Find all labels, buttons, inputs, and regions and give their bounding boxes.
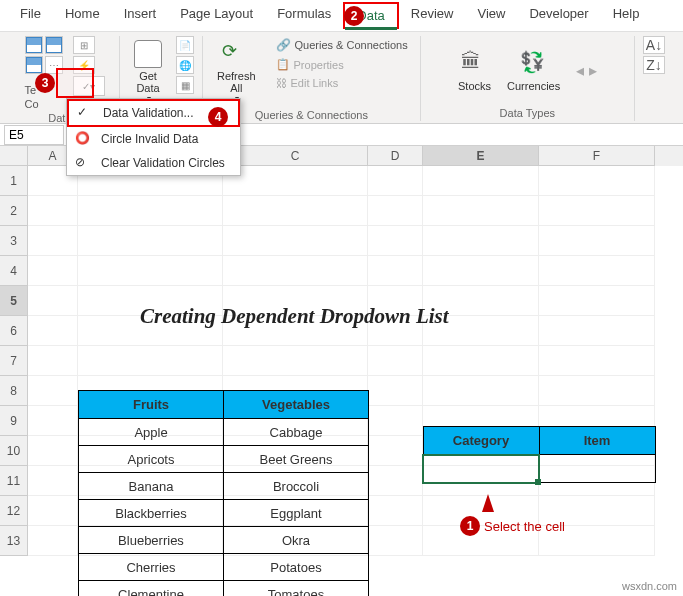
get-data-button[interactable]: Get Data ▾ — [128, 36, 168, 107]
from-web-icon[interactable] — [45, 36, 63, 54]
table1-cell-r2-c0[interactable]: Banana — [79, 473, 224, 500]
menu-bar: File Home Insert Page Layout Formulas Da… — [0, 0, 683, 32]
row-headers: 12345678910111213 — [0, 166, 28, 556]
from-table-icon[interactable] — [25, 56, 43, 74]
table1-cell-r4-c0[interactable]: Blueberries — [79, 527, 224, 554]
text-to-columns-icon[interactable]: ⊞ — [73, 36, 95, 54]
row-header-1[interactable]: 1 — [0, 166, 28, 196]
fruits-vegetables-table: Fruits Vegetables AppleCabbageApricotsBe… — [78, 390, 369, 596]
row-header-3[interactable]: 3 — [0, 226, 28, 256]
row-header-13[interactable]: 13 — [0, 526, 28, 556]
col-header-d[interactable]: D — [368, 146, 423, 166]
stocks-icon: 🏛 — [461, 50, 489, 78]
watermark: wsxdn.com — [622, 580, 677, 592]
page-title: Creating Dependent Dropdown List — [140, 304, 449, 329]
col-header-c[interactable]: C — [223, 146, 368, 166]
table1-cell-r0-c0[interactable]: Apple — [79, 419, 224, 446]
menu-developer[interactable]: Developer — [517, 2, 600, 29]
row-header-7[interactable]: 7 — [0, 346, 28, 376]
menu-home[interactable]: Home — [53, 2, 112, 29]
cell-f5[interactable] — [539, 455, 655, 483]
table1-cell-r5-c0[interactable]: Cherries — [79, 554, 224, 581]
connections-icon: 🔗 — [276, 38, 291, 52]
clear-circle-icon: ⊘ — [75, 155, 93, 171]
row-header-4[interactable]: 4 — [0, 256, 28, 286]
refresh-all-button[interactable]: ⟳ Refresh All ▾ — [211, 36, 262, 107]
menu-item-circle-invalid[interactable]: ⭕ Circle Invalid Data — [67, 127, 240, 151]
validation-icon: ✓ — [77, 105, 95, 121]
row-header-2[interactable]: 2 — [0, 196, 28, 226]
currencies-icon: 💱 — [520, 50, 548, 78]
table2-header-item: Item — [539, 427, 655, 455]
menu-formulas[interactable]: Formulas — [265, 2, 343, 29]
category-item-table: Category Item — [422, 426, 656, 484]
callout-2-badge: 2 — [344, 6, 364, 26]
table1-cell-r6-c1[interactable]: Tomatoes — [224, 581, 369, 597]
from-other-icon[interactable]: ▦ — [176, 76, 194, 94]
table1-cell-r6-c0[interactable]: Clementine — [79, 581, 224, 597]
table1-cell-r5-c1[interactable]: Potatoes — [224, 554, 369, 581]
table1-cell-r3-c0[interactable]: Blackberries — [79, 500, 224, 527]
menu-review[interactable]: Review — [399, 2, 466, 29]
menu-insert[interactable]: Insert — [112, 2, 169, 29]
col-header-e[interactable]: E — [423, 146, 539, 166]
row-header-8[interactable]: 8 — [0, 376, 28, 406]
data-validation-highlight — [56, 68, 94, 98]
fill-handle[interactable] — [535, 479, 541, 485]
edit-links-button[interactable]: ⛓Edit Links — [272, 75, 412, 91]
worksheet: ABCDEF 12345678910111213 Creating Depend… — [0, 146, 683, 556]
menu-page-layout[interactable]: Page Layout — [168, 2, 265, 29]
row-header-9[interactable]: 9 — [0, 406, 28, 436]
database-icon — [134, 40, 162, 68]
row-header-12[interactable]: 12 — [0, 496, 28, 526]
callout-4-badge: 4 — [208, 107, 228, 127]
ribbon-group-data-types: 🏛 Stocks 💱 Currencies ◂ ▸ Data Types — [421, 36, 635, 121]
callout-1: 1 Select the cell — [460, 516, 565, 536]
menu-item-clear-circles[interactable]: ⊘ Clear Validation Circles — [67, 151, 240, 175]
from-file-icon[interactable]: 📄 — [176, 36, 194, 54]
name-box[interactable] — [4, 125, 64, 145]
table1-cell-r3-c1[interactable]: Eggplant — [224, 500, 369, 527]
row-header-11[interactable]: 11 — [0, 466, 28, 496]
properties-icon: 📋 — [276, 58, 290, 71]
row-header-5[interactable]: 5 — [0, 286, 28, 316]
arrow-icon — [482, 494, 494, 512]
cell-e5-selected[interactable] — [423, 455, 539, 483]
link-icon: ⛓ — [276, 77, 287, 89]
menu-file[interactable]: File — [8, 2, 53, 29]
sort-desc-button[interactable]: Z↓ — [643, 56, 665, 74]
table1-header-vegetables: Vegetables — [224, 391, 369, 419]
table1-cell-r2-c1[interactable]: Broccoli — [224, 473, 369, 500]
queries-connections-button[interactable]: 🔗Queries & Connections — [272, 36, 412, 54]
menu-help[interactable]: Help — [601, 2, 652, 29]
ribbon-label-qc: Queries & Connections — [255, 107, 368, 123]
circle-icon: ⭕ — [75, 131, 93, 147]
table1-header-fruits: Fruits — [79, 391, 224, 419]
table1-cell-r1-c1[interactable]: Beet Greens — [224, 446, 369, 473]
table1-cell-r1-c0[interactable]: Apricots — [79, 446, 224, 473]
callout-1-badge: 1 — [460, 516, 480, 536]
sort-asc-button[interactable]: A↓ — [643, 36, 665, 54]
from-db-icon[interactable]: 🌐 — [176, 56, 194, 74]
menu-view[interactable]: View — [465, 2, 517, 29]
select-all-corner[interactable] — [0, 146, 28, 166]
refresh-icon: ⟳ — [222, 40, 250, 68]
table2-header-category: Category — [423, 427, 539, 455]
row-header-6[interactable]: 6 — [0, 316, 28, 346]
table1-cell-r0-c1[interactable]: Cabbage — [224, 419, 369, 446]
from-text-icon[interactable] — [25, 36, 43, 54]
col-header-f[interactable]: F — [539, 146, 655, 166]
ribbon-group-sort: A↓ Z↓ — [635, 36, 673, 121]
currencies-button[interactable]: 💱 Currencies — [501, 46, 566, 96]
table1-cell-r4-c1[interactable]: Okra — [224, 527, 369, 554]
properties-button[interactable]: 📋Properties — [272, 56, 412, 73]
callout-1-text: Select the cell — [484, 519, 565, 534]
ribbon-label-data-types: Data Types — [500, 105, 555, 121]
callout-3-badge: 3 — [35, 73, 55, 93]
row-header-10[interactable]: 10 — [0, 436, 28, 466]
stocks-button[interactable]: 🏛 Stocks — [452, 46, 497, 96]
